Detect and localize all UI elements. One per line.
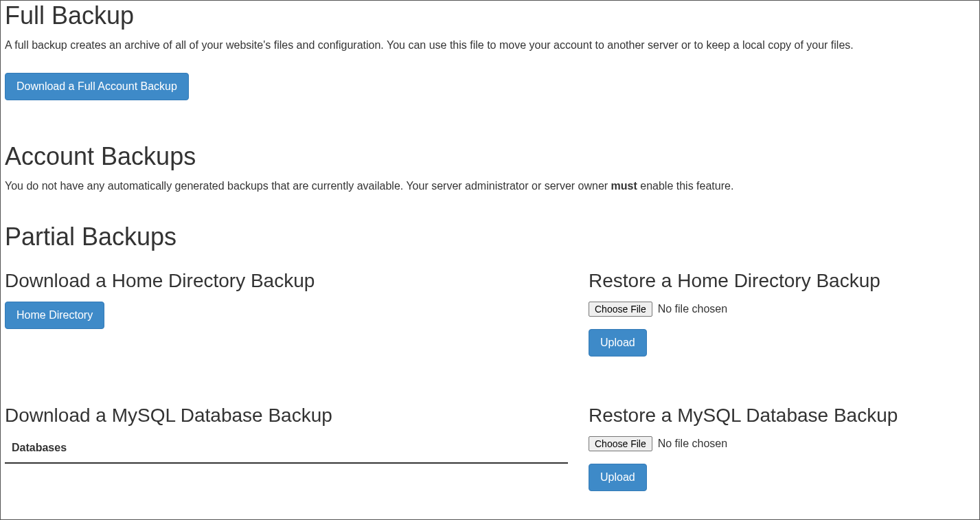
databases-column-header: Databases xyxy=(5,436,568,463)
account-backups-desc-strong: must xyxy=(611,180,637,192)
file-status-home: No file chosen xyxy=(658,303,727,315)
account-backups-desc-post: enable this feature. xyxy=(637,180,734,192)
download-mysql-heading: Download a MySQL Database Backup xyxy=(5,405,568,427)
partial-backups-heading: Partial Backups xyxy=(5,222,975,251)
restore-mysql-heading: Restore a MySQL Database Backup xyxy=(589,405,975,427)
choose-file-home-button[interactable]: Choose File xyxy=(589,302,652,317)
full-backup-heading: Full Backup xyxy=(5,1,975,30)
download-home-dir-heading: Download a Home Directory Backup xyxy=(5,270,568,292)
file-status-mysql: No file chosen xyxy=(658,438,727,450)
download-full-account-backup-button[interactable]: Download a Full Account Backup xyxy=(5,73,189,100)
account-backups-description: You do not have any automatically genera… xyxy=(5,178,975,194)
databases-table: Databases xyxy=(5,436,568,464)
full-backup-description: A full backup creates an archive of all … xyxy=(5,37,975,54)
account-backups-heading: Account Backups xyxy=(5,142,975,171)
home-directory-button[interactable]: Home Directory xyxy=(5,302,104,329)
upload-mysql-button[interactable]: Upload xyxy=(589,464,647,491)
account-backups-desc-pre: You do not have any automatically genera… xyxy=(5,180,611,192)
upload-home-button[interactable]: Upload xyxy=(589,329,647,357)
choose-file-mysql-button[interactable]: Choose File xyxy=(589,436,652,451)
restore-home-dir-heading: Restore a Home Directory Backup xyxy=(589,270,975,292)
table-header-row: Databases xyxy=(5,436,568,463)
